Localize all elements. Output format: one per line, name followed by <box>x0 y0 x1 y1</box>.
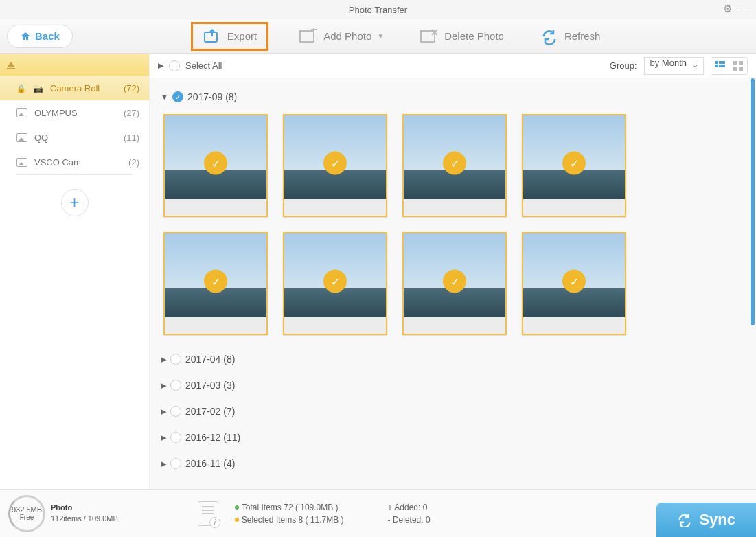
photo-thumbnail[interactable]: ✓ <box>163 114 268 217</box>
group-header[interactable]: ▶2016-12 (11) <box>161 424 745 450</box>
storage-free-label: Free <box>20 514 34 521</box>
expand-toggle-icon[interactable]: ▼ <box>161 93 168 101</box>
svg-rect-7 <box>719 65 722 67</box>
group-value: by Month <box>650 58 687 68</box>
content-header: ▶ Select All Group: by Month <box>150 54 756 78</box>
total-label: Total Items <box>242 503 282 512</box>
photo-thumbnail[interactable]: ✓ <box>283 232 387 335</box>
group-checkbox[interactable]: ✓ <box>172 91 183 102</box>
group-header[interactable]: ▶2017-04 (8) <box>161 346 745 372</box>
selected-badge-icon: ✓ <box>204 152 227 175</box>
album-name: QQ <box>34 133 48 143</box>
picture-icon <box>16 133 27 142</box>
group-header[interactable]: ▶2017-02 (7) <box>161 398 745 424</box>
main-panel: ▶ Select All Group: by Month ▼✓2017-09 (… <box>150 54 756 489</box>
photo-thumbnail[interactable]: ✓ <box>402 232 507 335</box>
refresh-icon <box>540 28 559 45</box>
selected-badge-icon: ✓ <box>443 270 466 293</box>
select-all-checkbox[interactable] <box>169 60 180 71</box>
scrollbar[interactable] <box>751 78 755 325</box>
eject-icon <box>7 62 15 67</box>
added-value: 0 <box>423 503 428 512</box>
settings-icon[interactable]: ⚙ <box>723 3 732 15</box>
sidebar-album-item[interactable]: QQ(11) <box>0 125 149 150</box>
group-checkbox[interactable] <box>170 380 181 391</box>
group-checkbox[interactable] <box>170 458 181 469</box>
svg-rect-5 <box>722 61 725 64</box>
add-photo-label: Add Photo <box>323 30 371 42</box>
minimize-icon[interactable]: — <box>740 3 751 15</box>
group-select[interactable]: by Month <box>644 57 704 75</box>
export-icon <box>203 28 222 45</box>
photo-thumbnail[interactable]: ✓ <box>402 114 507 217</box>
grid-small-view[interactable] <box>711 58 729 74</box>
svg-rect-11 <box>733 67 737 71</box>
selected-value: 8 ( 11.7MB ) <box>299 515 344 525</box>
chevron-down-icon: ▼ <box>377 32 384 40</box>
group-checkbox[interactable] <box>170 406 181 417</box>
selected-badge-icon: ✓ <box>562 270 586 293</box>
sync-button[interactable]: Sync <box>656 503 756 537</box>
title-bar: Photo Transfer ⚙ — <box>0 0 756 19</box>
group-header[interactable]: ▼✓2017-09 (8) <box>161 84 745 110</box>
photo-thumbnail[interactable]: ✓ <box>522 114 626 217</box>
lock-icon <box>16 83 26 93</box>
deleted-value: 0 <box>426 515 431 525</box>
total-value: 72 ( 109.0MB ) <box>284 503 338 512</box>
group-checkbox[interactable] <box>170 432 181 443</box>
added-label: + Added: <box>388 503 421 512</box>
svg-rect-2 <box>421 31 435 42</box>
toolbar: Back Export Add Photo ▼ Delete Photo Ref… <box>0 19 756 54</box>
svg-rect-1 <box>300 31 314 42</box>
group-label: 2017-04 (8) <box>185 354 235 365</box>
delete-photo-label: Delete Photo <box>444 30 504 42</box>
sync-label: Sync <box>699 511 735 529</box>
add-album-button[interactable]: + <box>61 189 89 216</box>
green-dot-icon <box>235 505 239 510</box>
album-name: VSCO Cam <box>34 157 81 168</box>
expand-toggle-icon[interactable]: ▶ <box>161 355 166 364</box>
selected-badge-icon: ✓ <box>204 270 227 293</box>
album-count: (11) <box>124 133 139 143</box>
album-name: Camera Roll <box>50 83 100 93</box>
expand-toggle-icon[interactable]: ▶ <box>161 407 166 416</box>
grid-large-view[interactable] <box>729 58 747 74</box>
photo-thumbnail[interactable]: ✓ <box>163 232 268 335</box>
stats: Total Items 72 ( 109.0MB ) Selected Item… <box>198 501 431 526</box>
svg-rect-10 <box>739 61 743 65</box>
group-header[interactable]: ▶2016-11 (4) <box>161 450 745 477</box>
refresh-button[interactable]: Refresh <box>534 25 606 47</box>
section-title: Photo <box>51 503 118 513</box>
export-label: Export <box>227 30 257 42</box>
view-toggle <box>711 57 748 75</box>
delete-photo-button[interactable]: Delete Photo <box>414 25 509 47</box>
svg-rect-0 <box>205 32 217 42</box>
svg-rect-4 <box>719 61 722 64</box>
sidebar-album-item[interactable]: VSCO Cam(2) <box>0 150 149 174</box>
expand-toggle-icon[interactable]: ▶ <box>161 433 166 442</box>
add-photo-button[interactable]: Add Photo ▼ <box>293 25 389 47</box>
album-count: (2) <box>128 157 139 168</box>
selected-label: Selected Items <box>242 515 296 525</box>
group-label: 2017-02 (7) <box>185 406 235 417</box>
expand-toggle-icon[interactable]: ▶ <box>161 459 166 468</box>
album-name: OLYMPUS <box>34 108 78 118</box>
storage-size: 932.5MB <box>12 505 42 514</box>
select-all-label: Select All <box>185 60 222 71</box>
photo-thumbnail[interactable]: ✓ <box>522 232 626 335</box>
svg-rect-3 <box>715 61 718 64</box>
device-row[interactable] <box>0 54 149 76</box>
export-button[interactable]: Export <box>191 22 268 51</box>
back-button[interactable]: Back <box>7 25 73 48</box>
photo-thumbnail[interactable]: ✓ <box>283 114 387 217</box>
expand-all-toggle[interactable]: ▶ <box>158 61 163 70</box>
sidebar-album-item[interactable]: Camera Roll(72) <box>0 76 149 100</box>
expand-toggle-icon[interactable]: ▶ <box>161 381 166 390</box>
sidebar-album-item[interactable]: OLYMPUS(27) <box>0 100 149 125</box>
group-label: 2016-12 (11) <box>185 432 240 443</box>
deleted-label: - Deleted: <box>388 515 424 525</box>
group-checkbox[interactable] <box>170 354 181 365</box>
orange-dot-icon <box>235 518 239 522</box>
svg-rect-8 <box>722 65 725 67</box>
group-header[interactable]: ▶2017-03 (3) <box>161 372 745 398</box>
